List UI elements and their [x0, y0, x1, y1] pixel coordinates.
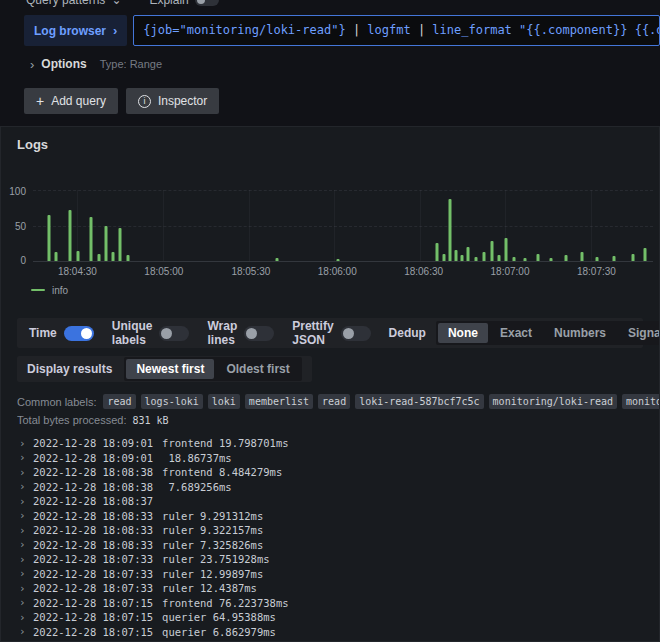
volume-bar	[474, 257, 477, 261]
log-row[interactable]: ›2022-12-28 18:09:01frontend 19.798701ms	[1, 436, 659, 451]
log-row[interactable]: ›2022-12-28 18:07:15frontend 76.223738ms	[1, 596, 659, 611]
log-timestamp: 2022-12-28 18:07:33	[33, 553, 153, 565]
x-tick-label: 18:07:30	[577, 266, 616, 277]
expand-chevron-icon[interactable]: ›	[19, 452, 33, 463]
volume-bar	[454, 250, 457, 261]
query-patterns-dropdown[interactable]: Query patterns ⌄	[26, 0, 121, 7]
dedup-option-numbers[interactable]: Numbers	[544, 323, 616, 343]
expand-chevron-icon[interactable]: ›	[19, 568, 33, 579]
options-label: Options	[41, 57, 86, 71]
x-tick-label: 18:05:30	[231, 266, 270, 277]
volume-bar	[104, 226, 107, 262]
query-editor-row: Log browser › {job="monitoring/loki-read…	[24, 15, 660, 46]
expand-chevron-icon[interactable]: ›	[19, 467, 33, 478]
expand-chevron-icon[interactable]: ›	[19, 626, 33, 637]
chevron-down-icon: ⌄	[111, 0, 121, 7]
log-browser-label: Log browser	[34, 24, 106, 38]
y-tick-label: 100	[9, 186, 26, 197]
log-row[interactable]: ›2022-12-28 18:08:38frontend 8.484279ms	[1, 465, 659, 480]
query-input[interactable]: {job="monitoring/loki-read"} | logfmt | …	[133, 15, 660, 46]
label-badge: loki	[208, 394, 240, 409]
log-row[interactable]: ›2022-12-28 18:08:38 7.689256ms	[1, 480, 659, 495]
expand-chevron-icon[interactable]: ›	[19, 481, 33, 492]
log-row[interactable]: ›2022-12-28 18:09:01 18.86737ms	[1, 451, 659, 466]
total-bytes-label: Total bytes processed:	[17, 414, 126, 426]
log-row[interactable]: ›2022-12-28 18:07:15querier 64.95388ms	[1, 610, 659, 625]
log-row[interactable]: ›2022-12-28 18:07:15querier 6.862979ms	[1, 625, 659, 640]
dedup-option-exact[interactable]: Exact	[490, 323, 542, 343]
expand-chevron-icon[interactable]: ›	[19, 612, 33, 623]
log-row[interactable]: ›2022-12-28 18:08:33ruler 9.291312ms	[1, 509, 659, 524]
order-option-newest-first[interactable]: Newest first	[126, 359, 214, 379]
wrap-lines-label: Wrap lines	[207, 319, 237, 347]
expand-chevron-icon[interactable]: ›	[19, 539, 33, 550]
explain-label: Explain	[149, 0, 188, 7]
expand-chevron-icon[interactable]: ›	[19, 496, 33, 507]
total-bytes-row: Total bytes processed: 831 kB	[17, 414, 659, 426]
volume-bar	[505, 238, 508, 261]
dedup-option-signature[interactable]: Signature	[618, 323, 660, 343]
order-group: Newest firstOldest first	[124, 357, 301, 381]
x-tick-label: 18:07:00	[491, 266, 530, 277]
log-row[interactable]: ›2022-12-28 18:08:33ruler 7.325826ms	[1, 538, 659, 553]
add-query-button[interactable]: + Add query	[24, 88, 118, 114]
chart-legend: info	[31, 284, 659, 296]
actions-row: + Add query i Inspector	[24, 88, 660, 114]
log-row[interactable]: ›2022-12-28 18:07:33ruler 12.99897ms	[1, 567, 659, 582]
log-row[interactable]: ›2022-12-28 18:08:37	[1, 494, 659, 509]
log-message: frontend 19.798701ms	[162, 437, 288, 449]
grid-line-vertical	[249, 190, 250, 261]
label-badge: logs-loki	[141, 394, 203, 409]
grid-line-100	[33, 190, 653, 191]
grid-line-vertical	[163, 190, 164, 261]
log-row[interactable]: ›2022-12-28 18:08:33ruler 9.322157ms	[1, 523, 659, 538]
volume-bar	[549, 258, 552, 261]
volume-bar	[337, 259, 340, 261]
log-browser-button[interactable]: Log browser ›	[24, 15, 127, 46]
volume-bar	[581, 252, 584, 261]
log-row[interactable]: ›2022-12-28 18:07:33ruler 23.751928ms	[1, 552, 659, 567]
label-badge: loki-read-587bcf7c5c	[355, 394, 483, 409]
volume-bar	[111, 252, 114, 261]
expand-chevron-icon[interactable]: ›	[19, 583, 33, 594]
log-message: ruler 23.751928ms	[162, 553, 269, 565]
log-timestamp: 2022-12-28 18:07:15	[33, 611, 153, 623]
grid-line-vertical	[334, 190, 335, 261]
expand-chevron-icon[interactable]: ›	[19, 438, 33, 449]
query-segment: |	[418, 23, 432, 37]
expand-chevron-icon[interactable]: ›	[19, 525, 33, 536]
expand-chevron-icon[interactable]: ›	[19, 510, 33, 521]
legend-label-info[interactable]: info	[52, 285, 68, 296]
options-row[interactable]: › Options Type: Range	[30, 56, 660, 72]
volume-bar	[596, 257, 599, 261]
grid-line-50	[33, 226, 653, 227]
time-toggle[interactable]	[64, 326, 94, 341]
query-segment: {job="monitoring/loki-read"}	[143, 23, 353, 37]
log-controls-band: Time Unique labels Wrap lines Prettify J…	[17, 318, 643, 348]
label-badge: monitoring/loki-read	[489, 394, 617, 409]
dedup-option-none[interactable]: None	[438, 323, 488, 343]
total-bytes-value: 831 kB	[132, 415, 168, 426]
log-row[interactable]: ›2022-12-28 18:07:33ruler 12.4387ms	[1, 581, 659, 596]
volume-bar	[612, 256, 615, 261]
common-labels-row: Common labels: readlogs-lokilokimemberli…	[17, 394, 659, 409]
volume-bar	[69, 210, 72, 261]
explain-toggle[interactable]	[195, 0, 219, 6]
log-message: ruler 12.99897ms	[162, 568, 263, 580]
volume-bar	[490, 241, 493, 261]
log-timestamp: 2022-12-28 18:07:33	[33, 582, 153, 594]
expand-chevron-icon[interactable]: ›	[19, 554, 33, 565]
volume-bar	[436, 243, 439, 261]
inspector-button[interactable]: i Inspector	[126, 88, 219, 114]
logs-volume-plot[interactable]	[33, 190, 653, 262]
wrap-lines-toggle[interactable]	[244, 326, 274, 341]
log-timestamp: 2022-12-28 18:08:38	[33, 481, 153, 493]
unique-labels-toggle[interactable]	[159, 326, 189, 341]
log-message: ruler 9.322157ms	[162, 524, 263, 536]
expand-chevron-icon[interactable]: ›	[19, 597, 33, 608]
prettify-json-toggle[interactable]	[341, 326, 371, 341]
log-timestamp: 2022-12-28 18:08:37	[33, 495, 153, 507]
order-option-oldest-first[interactable]: Oldest first	[216, 359, 299, 379]
plus-icon: +	[36, 94, 44, 108]
volume-bar	[54, 252, 57, 261]
